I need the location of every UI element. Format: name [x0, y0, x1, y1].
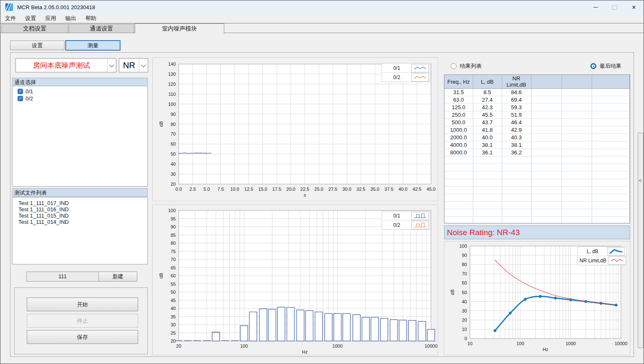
svg-text:32.5: 32.5: [357, 187, 365, 192]
table-empty-row: [444, 179, 630, 187]
table-row[interactable]: 4000.0 38.1 38.1: [444, 141, 630, 149]
cell-nr-limit: 59.3: [502, 104, 531, 111]
subtab-settings[interactable]: 设置: [10, 41, 64, 50]
radio-unselected-icon[interactable]: [451, 63, 457, 69]
svg-text:10.0: 10.0: [230, 187, 239, 192]
svg-text:70: 70: [462, 271, 467, 276]
radio-last-result[interactable]: 最后结果: [590, 62, 621, 70]
rating-type-value: NR: [119, 61, 139, 70]
svg-text:60: 60: [171, 141, 176, 146]
cell-nr-limit: [502, 202, 531, 209]
chevron-down-icon[interactable]: [107, 59, 116, 72]
file-list-item[interactable]: Test 1_111_014_IND: [13, 219, 147, 225]
cell-freq: [444, 172, 473, 179]
svg-text:30: 30: [462, 308, 467, 313]
svg-text:35.0: 35.0: [370, 187, 379, 192]
svg-text:140: 140: [168, 62, 176, 67]
table-row[interactable]: 1000.0 41.8 42.9: [444, 126, 630, 134]
cell-level: [473, 156, 502, 164]
table-row[interactable]: 125.0 42.3 59.3: [444, 104, 630, 111]
close-icon: ✕: [632, 4, 636, 10]
svg-text:55: 55: [171, 282, 176, 287]
legend-entry: L, dB: [578, 247, 626, 256]
table-empty-row: [444, 202, 630, 209]
spectrum-chart: 2025303540455055606570758085909510020100…: [152, 205, 438, 355]
cell-nr-limit: 84.6: [502, 89, 531, 96]
file-list-item[interactable]: Test 1_111_015_IND: [13, 213, 147, 219]
col-nr-limit: NR Limit,dB: [502, 75, 531, 89]
cell-freq: 31.5: [444, 89, 473, 96]
tab-channel-settings[interactable]: 通道设置: [69, 24, 134, 33]
chevron-down-icon[interactable]: [139, 59, 148, 72]
radio-selected-icon[interactable]: [590, 63, 596, 69]
table-empty-row: [444, 209, 630, 217]
svg-text:40: 40: [462, 299, 467, 304]
maximize-button[interactable]: [605, 0, 624, 14]
cell-level: [473, 209, 502, 217]
table-row[interactable]: 8000.0 36.1 36.2: [444, 149, 630, 156]
table-row[interactable]: 2000.0 40.0 40.3: [444, 134, 630, 141]
cell-freq: 4000.0: [444, 141, 473, 149]
file-list-item[interactable]: Test 1_111_016_IND: [13, 206, 147, 213]
cell-freq: 125.0: [444, 104, 473, 111]
cell-level: [473, 164, 502, 172]
test-type-value: 房间本底噪声测试: [16, 61, 107, 70]
cell-nr-limit: [502, 179, 531, 187]
table-row[interactable]: 63.0 27.4 69.4: [444, 96, 630, 104]
svg-text:Hz: Hz: [302, 349, 308, 354]
cell-freq: [444, 164, 473, 172]
svg-text:2.5: 2.5: [190, 187, 196, 192]
table-row[interactable]: 31.5 8.5 84.6: [444, 89, 630, 96]
channel-item[interactable]: 0/1: [13, 88, 147, 95]
table-row[interactable]: 250.0 45.5 51.9: [444, 111, 630, 119]
legend-entry: 0/1: [382, 211, 430, 220]
results-table: Freq., Hz L, dB NR Limit,dB 31.5 8.5 84.…: [444, 75, 630, 223]
svg-text:10: 10: [467, 341, 472, 346]
channel-label: 0/1: [26, 88, 33, 95]
menu-item[interactable]: 帮助: [81, 13, 101, 23]
checkbox-checked-icon[interactable]: [18, 89, 23, 94]
cell-level: 41.8: [473, 126, 502, 134]
nr-legend: L, dBNR Limit,dB: [577, 246, 627, 265]
table-row[interactable]: 500.0 43.7 46.4: [444, 119, 630, 126]
channel-item[interactable]: 0/2: [13, 95, 147, 102]
collapse-panel-strip[interactable]: <: [638, 133, 644, 348]
file-list-item[interactable]: Test 1_111_017_IND: [13, 200, 147, 206]
bars-icon: [411, 212, 429, 220]
svg-text:42.5: 42.5: [413, 187, 421, 192]
legend-label: NR Limit,dB: [578, 258, 608, 264]
tab-document-settings[interactable]: 文档设置: [1, 24, 68, 33]
line-icon: [411, 73, 429, 82]
cell-nr-limit: 69.4: [502, 96, 531, 104]
checkbox-checked-icon[interactable]: [18, 96, 23, 101]
maximize-icon: [612, 5, 617, 10]
radio-result-list[interactable]: 结果列表: [451, 62, 482, 70]
action-group-box: 开始 停止 保存: [14, 287, 148, 354]
svg-text:20: 20: [176, 343, 181, 349]
rating-type-select[interactable]: NR: [119, 58, 148, 72]
menu-item[interactable]: 设置: [21, 13, 41, 23]
test-type-select[interactable]: 房间本底噪声测试: [15, 58, 116, 72]
subtab-measure[interactable]: 测量: [65, 40, 121, 51]
radio-last-result-label: 最后结果: [600, 62, 621, 70]
files-section-header: 测试文件列表: [12, 188, 148, 197]
svg-text:20: 20: [462, 318, 467, 323]
close-button[interactable]: ✕: [624, 0, 644, 14]
svg-text:s: s: [304, 192, 306, 197]
svg-text:10000: 10000: [425, 343, 438, 349]
minimize-icon: [593, 7, 598, 8]
file-name-input[interactable]: 111: [26, 272, 99, 282]
menu-item[interactable]: 文件: [0, 13, 21, 23]
svg-text:60: 60: [462, 280, 467, 285]
svg-text:15.0: 15.0: [258, 187, 267, 192]
col-level: L, dB: [473, 75, 502, 89]
menu-item[interactable]: 应用: [41, 13, 61, 23]
new-button[interactable]: 新建: [98, 272, 137, 282]
tab-room-noise-module[interactable]: 室内噪声模块: [135, 23, 224, 33]
minimize-button[interactable]: [586, 0, 605, 14]
menu-item[interactable]: 输出: [61, 13, 81, 23]
start-button[interactable]: 开始: [27, 297, 138, 311]
svg-text:80: 80: [171, 122, 176, 127]
save-button[interactable]: 保存: [27, 330, 138, 344]
svg-text:120: 120: [168, 82, 176, 87]
